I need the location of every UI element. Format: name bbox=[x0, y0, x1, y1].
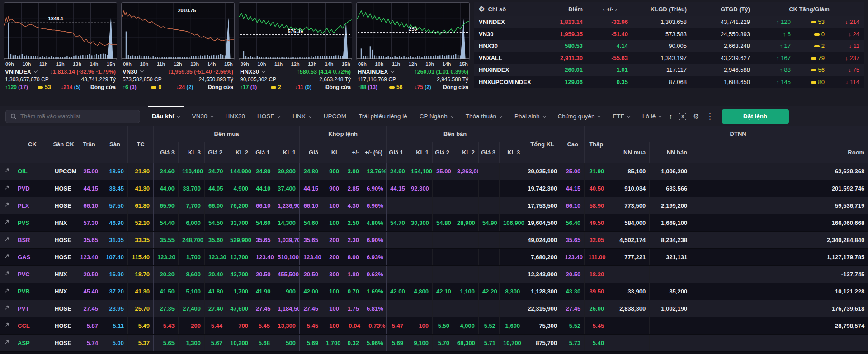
stock-row-PVS[interactable]: PVSHNX57.3046.9052.1054.406,00054.5033,7… bbox=[0, 214, 868, 231]
total-value: 24,550.893 Tỷ bbox=[198, 76, 233, 83]
index-row-VN30[interactable]: VN301,959.35-51.40573.58324,550.893↑ 60↓… bbox=[474, 28, 864, 40]
tab-hnx30[interactable]: HNX30 bbox=[226, 106, 245, 127]
value-cell: 1,006,200 bbox=[650, 163, 691, 180]
toolbar: Dầu khíVN30HNX30HOSEHNXUPCOMTrái phiếu r… bbox=[0, 106, 868, 126]
pin-icon[interactable] bbox=[4, 270, 10, 276]
prev-arrow[interactable]: ‹ bbox=[603, 6, 604, 13]
pin-icon[interactable] bbox=[4, 236, 10, 242]
index-col-name: ⚙Chỉ số bbox=[474, 5, 538, 13]
stock-row-ASP[interactable]: ASPHOSE5.745.005.375.651,3005.6710,2005.… bbox=[0, 334, 868, 351]
stock-row-PVD[interactable]: PVDHOSE44.1538.4541.3044.0033,70044.054,… bbox=[0, 180, 868, 197]
value-cell: 5.73 bbox=[561, 334, 585, 351]
index-point: 580.53 bbox=[538, 42, 587, 49]
pin-cell[interactable] bbox=[0, 266, 14, 283]
pin-cell[interactable] bbox=[0, 214, 14, 231]
pin-icon[interactable] bbox=[4, 168, 10, 173]
value-cell: 455,500 bbox=[274, 266, 300, 283]
chart-index-selector[interactable]: HNX30 bbox=[240, 68, 265, 75]
search-input[interactable] bbox=[20, 113, 135, 120]
tab-vn30[interactable]: VN30 bbox=[192, 106, 213, 127]
stock-row-PLX[interactable]: PLXHOSE66.1057.5061.8065.907,70066.0076,… bbox=[0, 197, 868, 214]
value-cell: 4,800 bbox=[407, 283, 433, 300]
intraday-chart-HNXINDEX[interactable]: 259 bbox=[356, 2, 470, 60]
index-row-VNXALL[interactable]: VNXALL2,911.30-55.631,343.19743,239.627↑… bbox=[474, 52, 864, 64]
tab-hnx[interactable]: HNX bbox=[292, 106, 311, 127]
pin-cell[interactable] bbox=[0, 317, 14, 334]
settings-gear-icon[interactable]: ⚙ bbox=[693, 113, 699, 120]
gear-icon[interactable]: ⚙ bbox=[479, 5, 485, 13]
stock-row-OIL[interactable]: OILUPCOM25.0018.6021.8024.60110,40024.70… bbox=[0, 163, 868, 180]
pin-cell[interactable] bbox=[0, 334, 14, 351]
next-arrow[interactable]: › bbox=[615, 6, 617, 13]
stock-row-PVB[interactable]: PVBHNX45.4037.2041.3041.505,10041.801,70… bbox=[0, 283, 868, 300]
value-cell: 5.47 bbox=[387, 317, 407, 334]
chart-index-selector[interactable]: VN30 bbox=[123, 68, 143, 75]
pin-cell[interactable] bbox=[0, 180, 14, 197]
pin-icon[interactable] bbox=[4, 202, 10, 208]
time-label: 11h bbox=[392, 61, 400, 67]
index-unchanged: 53 bbox=[795, 19, 829, 25]
header-Giá 1: Giá 1 bbox=[387, 142, 407, 163]
pin-cell[interactable] bbox=[0, 231, 14, 248]
scroll-top-icon[interactable]: ↑ bbox=[669, 113, 672, 120]
tab-upcom[interactable]: UPCOM bbox=[324, 106, 346, 127]
time-label: 12h bbox=[56, 61, 65, 67]
intraday-chart-VNINDEX[interactable]: 1846.1 bbox=[4, 2, 117, 60]
pin-icon[interactable] bbox=[4, 288, 10, 293]
tab-etf[interactable]: ETF bbox=[613, 106, 630, 127]
tab-dau-khi[interactable]: Dầu khí bbox=[152, 106, 180, 127]
value-cell bbox=[500, 300, 524, 317]
total-value: 2,946.588 Tỷ bbox=[437, 76, 468, 83]
tab-thoa-thuan[interactable]: Thỏa thuận bbox=[466, 106, 502, 127]
more-options-kebab-icon[interactable]: ⋮ bbox=[706, 112, 714, 120]
index-row-HNXUPCOMINDEX[interactable]: HNXUPCOMINDEX129.060.3587.0681,688.650↑ … bbox=[474, 76, 864, 88]
tab-lo-le[interactable]: Lô lẻ bbox=[642, 106, 661, 127]
place-order-button[interactable]: Đặt lệnh bbox=[722, 109, 789, 124]
value-cell: 910,034 bbox=[608, 180, 650, 197]
index-chart-panel-HNXINDEX: 25909h10h11h12h13h14h15hHNXINDEX↑260.01 … bbox=[356, 2, 470, 106]
tab-hose[interactable]: HOSE bbox=[257, 106, 280, 127]
tab-chung-quyen[interactable]: Chứng quyền bbox=[558, 106, 601, 127]
pin-cell[interactable] bbox=[0, 300, 14, 317]
index-row-VNINDEX[interactable]: VNINDEX1,813.14-32.961,303.65843,741.229… bbox=[474, 16, 864, 28]
time-label: 11h bbox=[274, 61, 283, 67]
pin-icon[interactable] bbox=[4, 305, 10, 311]
index-row-HNX30[interactable]: HNX30580.534.1490.0052,663.248↑ 172↓ 11 bbox=[474, 40, 864, 52]
pin-icon[interactable] bbox=[4, 253, 10, 259]
excel-export-icon[interactable]: x bbox=[679, 113, 686, 120]
value-cell: 47,600 bbox=[226, 300, 252, 317]
pin-icon[interactable] bbox=[4, 219, 10, 225]
tab-phai-sinh[interactable]: Phái sinh bbox=[514, 106, 546, 127]
watchlist-search[interactable] bbox=[5, 110, 140, 123]
tab-cp-nganh[interactable]: CP Ngành bbox=[420, 106, 453, 127]
pin-cell[interactable] bbox=[0, 163, 14, 180]
value-cell: 4.30 bbox=[343, 197, 363, 214]
value-cell: 5.69 bbox=[300, 334, 322, 351]
chart-index-selector[interactable]: VNINDEX bbox=[5, 68, 37, 75]
value-cell bbox=[387, 248, 407, 266]
pin-cell[interactable] bbox=[0, 248, 14, 266]
value-cell: 100 bbox=[407, 317, 433, 334]
value-cell: 2.85 bbox=[343, 180, 363, 197]
pin-icon[interactable] bbox=[4, 339, 10, 345]
chevron-down-icon bbox=[277, 114, 281, 117]
value-cell bbox=[691, 334, 868, 351]
intraday-chart-HNX30[interactable]: 576.39 bbox=[239, 2, 352, 60]
stock-row-PVC[interactable]: PVCHNX20.5016.9018.7020.308,60020.4043,7… bbox=[0, 266, 868, 283]
chart-summary-row: VNINDEX↓1,813.14 (-32.96 -1.79%) bbox=[4, 68, 117, 75]
intraday-chart-VN30[interactable]: 2010.75 bbox=[121, 2, 235, 60]
pin-icon[interactable] bbox=[4, 185, 10, 191]
pin-cell[interactable] bbox=[0, 283, 14, 300]
stock-row-BSR[interactable]: BSRHOSE35.6531.0533.3535.55248,70035.605… bbox=[0, 231, 868, 248]
ceiling-count: (17) bbox=[18, 84, 28, 90]
chart-index-selector[interactable]: HNXINDEX bbox=[358, 68, 394, 75]
tab-trai-phieu-rieng-le[interactable]: Trái phiếu riêng lẻ bbox=[359, 106, 407, 127]
stock-row-PVT[interactable]: PVTHOSE27.4523.9525.7027.3527,40027.4047… bbox=[0, 300, 868, 317]
pin-icon[interactable] bbox=[4, 322, 10, 328]
stock-row-CCL[interactable]: CCLHOSE5.875.115.495.432005.447005.4513,… bbox=[0, 317, 868, 334]
decliners-count: ↓11 (0) bbox=[295, 84, 312, 90]
ticker-cell: PVT bbox=[14, 300, 51, 317]
stock-row-GAS[interactable]: GASHOSE123.40107.40115.40123.201,700123.… bbox=[0, 248, 868, 266]
index-row-HNXINDEX[interactable]: HNXINDEX260.011.01117.1172,946.588↑ 8856… bbox=[474, 64, 864, 76]
pin-cell[interactable] bbox=[0, 197, 14, 214]
